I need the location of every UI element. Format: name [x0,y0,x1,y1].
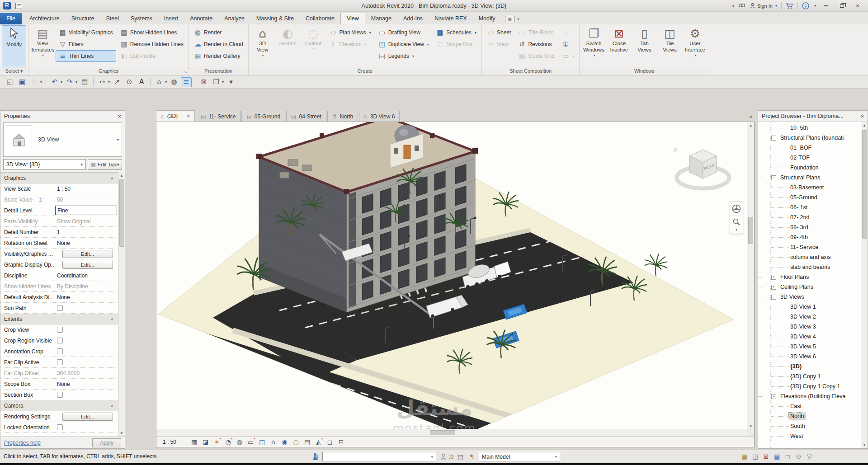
manage-links-icon[interactable]: ↰ [467,452,476,461]
view-tab-11-service[interactable]: ▤11- Service [196,111,241,122]
worksets-dialog-icon[interactable]: ▤ [456,452,465,461]
design-options-icon[interactable] [311,452,320,461]
menu-tab-file[interactable]: File [0,13,22,24]
switch-windows-qat-button[interactable]: ❐ [211,77,222,87]
property-value[interactable]: None [54,292,118,302]
property-section-camera[interactable]: Camera∧ [0,400,118,411]
thin-lines-button[interactable]: ≡Thin Lines [56,50,116,62]
worksharing-display-button[interactable]: ▦ [740,452,749,460]
section-collapse-icon[interactable]: ∧ [110,404,113,408]
text-button[interactable]: A [136,77,147,87]
customize-qat-button[interactable]: ▾ [226,77,236,87]
browser-item-3d-view-5[interactable]: 3D View 5 [758,342,861,352]
3d-view-button[interactable]: ⌂3D View▾ [250,25,275,67]
steering-wheel-icon[interactable] [731,204,741,214]
browser-item-01-bof[interactable]: 01- BOF [758,143,861,153]
edit-button[interactable]: Edit... [62,261,113,269]
switch-windows-button[interactable]: ❐Switch Windows▾ [581,25,606,67]
browser-item-03-basement[interactable]: 03-Basement [758,183,861,193]
guide-grid-small-button[interactable]: ▭▾ [558,50,577,62]
browser-item-02-tof[interactable]: 02-TOF [758,153,861,163]
callout-dropdown-icon[interactable]: ▾ [313,47,315,51]
browser-item-ceiling-plans[interactable]: +Ceiling Plans [758,282,861,292]
restore-button[interactable] [836,2,848,10]
browser-item-structural-plans-foundati[interactable]: −Structural Plans (foundati [758,133,861,143]
checkbox[interactable] [57,338,63,343]
dialog-launcher-icon[interactable]: ↘ [184,68,187,76]
property-value[interactable]: By Discipline [54,281,118,291]
view-templates-button[interactable]: ▤View Templates▾ [30,25,55,67]
detail-level-button[interactable]: ▦ [190,437,198,446]
browser-item-3d[interactable]: {3D} [758,362,861,371]
duplicate-sheet-button[interactable]: ▱ [558,27,577,38]
menu-tab-structure[interactable]: Structure [66,13,100,24]
checkbox[interactable] [57,348,63,354]
browser-item-colums-and-axis[interactable]: colums and axis [758,252,861,262]
section-collapse-icon[interactable]: ∧ [110,317,113,321]
drawing-area[interactable]: مستقل mostaql.com ⌂ RIGHT ▾ ▲ ▼ [156,122,755,447]
selection-panel-icon[interactable]: ▣ [505,16,515,22]
property-value[interactable]: 1 : 50 [54,183,118,194]
duplicate-view-button[interactable]: ◫Duplicate View▾ [375,38,432,50]
3d-view-dropdown-icon[interactable]: ▾ [262,53,264,57]
view-tab-04-street[interactable]: ▤04-Street [286,111,326,122]
property-value[interactable]: 304.8000 [54,368,118,378]
legends-button[interactable]: ▤Legends▾ [375,50,432,62]
viewcube-home-icon[interactable]: ⌂ [674,146,678,153]
focused-value[interactable]: Fine [55,206,117,215]
render-qat-button[interactable]: ◍ [169,77,179,87]
tree-expander-icon[interactable]: − [771,175,776,180]
render-button[interactable]: ◍Render [191,27,246,38]
property-value[interactable] [54,303,118,313]
property-value[interactable]: Edit... [54,249,118,259]
view-tab-3d[interactable]: ⌂{3D}× [156,110,195,122]
switch-windows-dropdown-icon[interactable]: ▾ [593,53,595,57]
sync-with-central-dropdown-icon[interactable]: ▾ [40,80,42,84]
checkbox[interactable] [57,392,63,398]
scrollbar-thumb[interactable] [430,430,455,435]
property-value[interactable]: Fine [54,205,118,216]
redo-button[interactable]: ↷ [64,77,75,87]
viewport-horizontal-scrollbar[interactable] [156,429,748,436]
scrollbar-thumb[interactable] [862,130,867,239]
checkbox[interactable] [57,327,63,333]
property-value[interactable]: Coordination [54,270,118,281]
modify-button[interactable]: Modify [2,25,26,67]
switch-windows-qat-dropdown-icon[interactable]: ▾ [222,80,224,84]
browser-item-3d-view-6[interactable]: 3D View 6 [758,352,861,362]
browser-item-3d-view-3[interactable]: 3D View 3 [758,322,861,332]
select-underlay-toggle-button[interactable]: ◻ [783,452,792,460]
browser-item-3d-copy-1-copy-1[interactable]: {3D} Copy 1 Copy 1 [758,381,861,391]
view-tab-3d-view-6[interactable]: ⌂3D View 6 [359,111,400,122]
menu-tab-analyze[interactable]: Analyze [218,13,250,24]
browser-item-3d-view-1[interactable]: 3D View 1 [758,302,861,312]
plan-views-button[interactable]: ▱Plan Views▾ [326,27,374,38]
infocenter-collapse-icon[interactable]: ◂ [732,3,734,8]
scale-button[interactable]: 1 : 50 [163,439,187,445]
property-value[interactable] [54,390,118,400]
property-value[interactable]: 1 [54,227,118,237]
browser-item-south[interactable]: South [758,421,861,431]
browser-item-3d-view-2[interactable]: 3D View 2 [758,312,861,322]
scrollbar-thumb[interactable] [748,217,753,244]
property-value[interactable] [54,357,118,367]
thin-lines-qat-button[interactable]: ≡ [181,77,192,87]
checkbox[interactable] [57,424,63,430]
scope-box-button[interactable]: ◻Scope Box [433,38,480,50]
type-selector[interactable]: 3D View ▾ [3,122,122,157]
section-button[interactable]: ◐Section [276,25,300,67]
revision-numbering-button[interactable]: ① [558,38,577,50]
properties-help-link[interactable]: Properties help [4,440,41,446]
close-inactive-button[interactable]: ⊠Close Inactive [607,25,631,67]
type-selector-chevron-icon[interactable]: ▾ [117,137,119,142]
property-value[interactable]: None [54,238,118,248]
menu-tab-systems[interactable]: Systems [125,13,158,24]
select-links-toggle-button[interactable]: ◫ [751,452,760,460]
menu-tab-view[interactable]: View [340,13,365,24]
tile-views-button[interactable]: ◫Tile Views [657,25,682,67]
view-tab-north[interactable]: ⇧North [327,111,358,122]
default-3d-view-button[interactable]: ⌂ [154,77,165,87]
close-button[interactable]: × [852,2,863,10]
filters-button[interactable]: ▽Filters [56,38,116,50]
apply-button[interactable]: Apply [92,438,121,447]
